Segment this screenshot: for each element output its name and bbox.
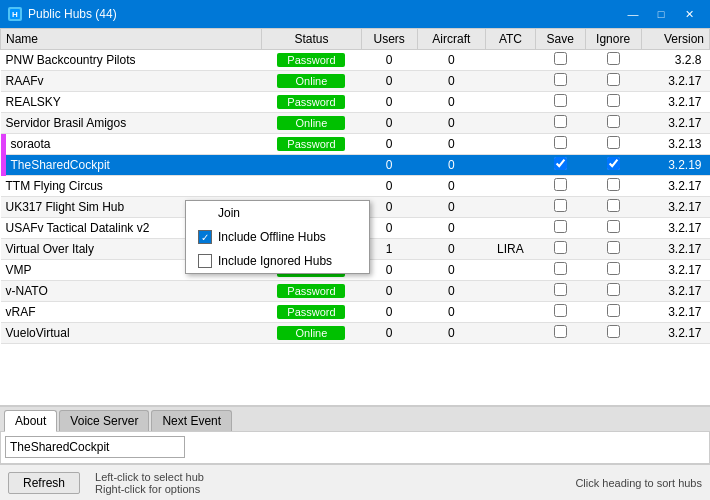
row-indicator: [1, 134, 6, 155]
save-checkbox[interactable]: [554, 304, 567, 317]
save-checkbox[interactable]: [554, 136, 567, 149]
cell-name: vRAF: [1, 302, 262, 323]
cell-aircraft: 0: [417, 113, 485, 134]
cell-users: 0: [361, 176, 417, 197]
table-row[interactable]: TTM Flying Circus003.2.17: [1, 176, 710, 197]
cell-aircraft: 0: [417, 239, 485, 260]
refresh-button[interactable]: Refresh: [8, 472, 80, 494]
ignore-checkbox[interactable]: [607, 115, 620, 128]
ignore-checkbox[interactable]: [607, 199, 620, 212]
cell-status: [262, 176, 362, 197]
status-bar: Refresh Left-click to select hub Right-c…: [0, 464, 710, 500]
table-row[interactable]: vRAFPassword003.2.17: [1, 302, 710, 323]
context-menu-item[interactable]: ✓Include Offline Hubs: [186, 225, 369, 249]
col-header-ignore[interactable]: Ignore: [585, 29, 641, 50]
col-header-atc[interactable]: ATC: [486, 29, 536, 50]
save-checkbox[interactable]: [554, 115, 567, 128]
save-checkbox[interactable]: [554, 94, 567, 107]
context-menu-item[interactable]: Join: [186, 201, 369, 225]
cell-version: 3.2.17: [641, 323, 709, 344]
col-header-aircraft[interactable]: Aircraft: [417, 29, 485, 50]
cell-atc: [486, 260, 536, 281]
maximize-button[interactable]: □: [648, 4, 674, 24]
cell-aircraft: 0: [417, 323, 485, 344]
tabs-bar: AboutVoice ServerNext Event: [0, 407, 710, 432]
main-container: Name Status Users Aircraft ATC Save Igno…: [0, 28, 710, 500]
table-row[interactable]: RAAFvOnline003.2.17: [1, 71, 710, 92]
col-header-users[interactable]: Users: [361, 29, 417, 50]
cell-atc: [486, 71, 536, 92]
hubs-table: Name Status Users Aircraft ATC Save Igno…: [0, 28, 710, 344]
tab-about[interactable]: About: [4, 410, 57, 432]
ignore-checkbox[interactable]: [607, 241, 620, 254]
cell-ignore: [585, 71, 641, 92]
close-button[interactable]: ✕: [676, 4, 702, 24]
cell-status: Password: [262, 302, 362, 323]
ignore-checkbox[interactable]: [607, 52, 620, 65]
cell-version: 3.2.17: [641, 197, 709, 218]
cell-ignore: [585, 302, 641, 323]
cell-save: [535, 176, 585, 197]
save-checkbox[interactable]: [554, 220, 567, 233]
cell-aircraft: 0: [417, 71, 485, 92]
table-row[interactable]: v-NATOPassword003.2.17: [1, 281, 710, 302]
tab-voice-server[interactable]: Voice Server: [59, 410, 149, 431]
minimize-button[interactable]: —: [620, 4, 646, 24]
ignore-checkbox[interactable]: [607, 178, 620, 191]
cell-version: 3.2.17: [641, 176, 709, 197]
col-header-status[interactable]: Status: [262, 29, 362, 50]
cell-version: 3.2.8: [641, 50, 709, 71]
cell-atc: [486, 218, 536, 239]
save-checkbox[interactable]: [554, 199, 567, 212]
cell-ignore: [585, 323, 641, 344]
cell-save: [535, 92, 585, 113]
cell-save: [535, 197, 585, 218]
col-header-save[interactable]: Save: [535, 29, 585, 50]
ignore-checkbox[interactable]: [607, 136, 620, 149]
save-checkbox[interactable]: [554, 241, 567, 254]
hub-name-input[interactable]: [5, 436, 185, 458]
context-menu-item[interactable]: Include Ignored Hubs: [186, 249, 369, 273]
cell-name: REALSKY: [1, 92, 262, 113]
ignore-checkbox[interactable]: [607, 73, 620, 86]
cell-name: soraota: [1, 134, 262, 155]
save-checkbox[interactable]: [554, 157, 567, 170]
table-row[interactable]: soraotaPassword003.2.13: [1, 134, 710, 155]
table-row[interactable]: REALSKYPassword003.2.17: [1, 92, 710, 113]
save-checkbox[interactable]: [554, 52, 567, 65]
tab-next-event[interactable]: Next Event: [151, 410, 232, 431]
hubs-table-container[interactable]: Name Status Users Aircraft ATC Save Igno…: [0, 28, 710, 406]
ignore-checkbox[interactable]: [607, 325, 620, 338]
context-menu-label: Include Ignored Hubs: [218, 254, 332, 268]
ignore-checkbox[interactable]: [607, 157, 620, 170]
ignore-checkbox[interactable]: [607, 94, 620, 107]
table-row[interactable]: Servidor Brasil AmigosOnline003.2.17: [1, 113, 710, 134]
col-header-version[interactable]: Version: [641, 29, 709, 50]
save-checkbox[interactable]: [554, 325, 567, 338]
table-row[interactable]: TheSharedCockpit003.2.19: [1, 155, 710, 176]
table-row[interactable]: PNW Backcountry PilotsPassword003.2.8: [1, 50, 710, 71]
hint-right-click: Right-click for options: [95, 483, 204, 495]
save-checkbox[interactable]: [554, 73, 567, 86]
cell-status: Online: [262, 323, 362, 344]
cell-ignore: [585, 92, 641, 113]
cell-aircraft: 0: [417, 218, 485, 239]
cell-ignore: [585, 281, 641, 302]
cell-save: [535, 113, 585, 134]
save-checkbox[interactable]: [554, 262, 567, 275]
cell-atc: [486, 134, 536, 155]
ignore-checkbox[interactable]: [607, 283, 620, 296]
table-row[interactable]: VueloVirtualOnline003.2.17: [1, 323, 710, 344]
cell-atc: [486, 281, 536, 302]
cell-ignore: [585, 134, 641, 155]
cell-atc: LIRA: [486, 239, 536, 260]
cell-aircraft: 0: [417, 134, 485, 155]
save-checkbox[interactable]: [554, 178, 567, 191]
ignore-checkbox[interactable]: [607, 304, 620, 317]
col-header-name[interactable]: Name: [1, 29, 262, 50]
cell-users: 0: [361, 134, 417, 155]
cell-atc: [486, 155, 536, 176]
ignore-checkbox[interactable]: [607, 262, 620, 275]
save-checkbox[interactable]: [554, 283, 567, 296]
ignore-checkbox[interactable]: [607, 220, 620, 233]
